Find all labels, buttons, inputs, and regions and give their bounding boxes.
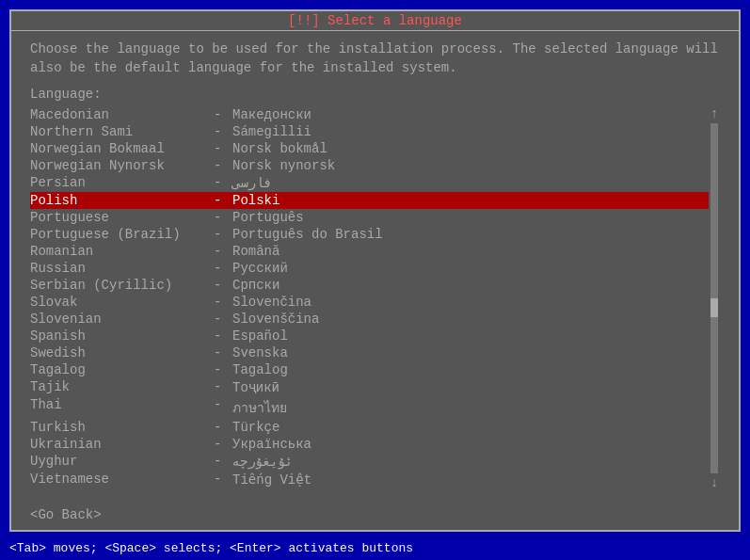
lang-native: Тоҷикӣ [232, 379, 279, 395]
list-item[interactable]: Welsh-Cymraeg [30, 488, 709, 490]
status-bar: <Tab> moves; <Space> selects; <Enter> ac… [0, 536, 750, 560]
lang-separator: - [214, 124, 232, 139]
list-item[interactable]: Russian-Русский [30, 260, 709, 277]
list-item[interactable]: Uyghur-ئۇيغۇرچە [30, 453, 709, 471]
lang-native: Norsk bokmål [232, 141, 327, 156]
lang-native: ئۇيغۇرچە [232, 454, 293, 470]
lang-separator: - [214, 295, 232, 310]
lang-separator: - [214, 379, 232, 395]
lang-separator: - [214, 454, 232, 470]
lang-separator: - [214, 362, 232, 377]
list-item[interactable]: Swedish-Svenska [30, 344, 709, 361]
lang-separator: - [214, 175, 232, 191]
lang-separator: - [214, 437, 232, 452]
lang-separator: - [214, 193, 232, 208]
status-text: <Tab> moves; <Space> selects; <Enter> ac… [9, 541, 413, 555]
lang-native: Português [232, 210, 304, 225]
lang-separator: - [214, 244, 232, 259]
lang-name: Slovak [30, 295, 214, 310]
lang-native: Cymraeg [232, 489, 288, 490]
list-item[interactable]: Thai-ภาษาไทย [30, 396, 709, 419]
list-item[interactable]: Persian-فارسی [30, 174, 709, 192]
lang-separator: - [214, 278, 232, 293]
list-item[interactable]: Polish-Polski [30, 192, 709, 209]
lang-separator: - [214, 472, 232, 488]
title-bar: [!!] Select a language [11, 11, 739, 31]
lang-separator: - [214, 141, 232, 156]
lang-native: Македонски [232, 107, 311, 122]
lang-separator: - [214, 158, 232, 173]
list-item[interactable]: Vietnamese-Tiếng Việt [30, 471, 709, 488]
lang-separator: - [214, 345, 232, 360]
list-item[interactable]: Spanish-Español [30, 328, 709, 344]
scroll-track [710, 123, 718, 473]
scroll-up-arrow[interactable]: ↑ [710, 106, 718, 121]
lang-name: Portuguese (Brazil) [30, 227, 214, 242]
title-text: [!!] Select a language [288, 13, 462, 28]
lang-name: Thai [30, 397, 214, 418]
lang-native: Українська [232, 437, 311, 452]
lang-name: Romanian [30, 244, 214, 259]
list-item[interactable]: Slovenian-Slovenščina [30, 311, 709, 328]
lang-native: فارسی [232, 175, 272, 191]
list-item[interactable]: Slovak-Slovenčina [30, 294, 709, 311]
lang-name: Slovenian [30, 312, 214, 327]
lang-native: Tiếng Việt [232, 472, 311, 488]
list-item[interactable]: Norwegian Nynorsk-Norsk nynorsk [30, 157, 709, 174]
lang-native: Slovenčina [232, 295, 311, 310]
lang-name: Portuguese [30, 210, 214, 225]
list-item[interactable]: Serbian (Cyrillic)-Српски [30, 277, 709, 294]
lang-native: Türkçe [232, 420, 279, 435]
lang-separator: - [214, 397, 232, 418]
lang-separator: - [214, 312, 232, 327]
lang-native: Svenska [232, 345, 288, 360]
scroll-thumb [710, 298, 718, 317]
list-item[interactable]: Portuguese-Português [30, 209, 709, 226]
lang-native: Română [232, 244, 279, 259]
list-item[interactable]: Norwegian Bokmaal-Norsk bokmål [30, 140, 709, 157]
lang-separator: - [214, 107, 232, 122]
lang-native: Português do Brasil [232, 227, 383, 242]
scroll-down-arrow[interactable]: ↓ [710, 475, 718, 490]
lang-native: Norsk nynorsk [232, 158, 335, 173]
list-item[interactable]: Northern Sami-Sámegillii [30, 123, 709, 140]
list-item[interactable]: Portuguese (Brazil)-Português do Brasil [30, 226, 709, 243]
list-item[interactable]: Romanian-Română [30, 243, 709, 260]
lang-name: Turkish [30, 420, 214, 435]
lang-name: Norwegian Nynorsk [30, 158, 214, 173]
lang-name: Persian [30, 175, 214, 191]
go-back-button[interactable]: <Go Back> [30, 507, 102, 522]
lang-name: Ukrainian [30, 437, 214, 452]
lang-name: Tagalog [30, 362, 214, 377]
lang-name: Polish [30, 193, 214, 208]
lang-name: Norwegian Bokmaal [30, 141, 214, 156]
lang-separator: - [214, 261, 232, 276]
list-container: Macedonian-МакедонскиNorthern Sami-Sámeg… [30, 106, 720, 490]
lang-name: Northern Sami [30, 124, 214, 139]
lang-separator: - [214, 210, 232, 225]
list-item[interactable]: Ukrainian-Українська [30, 436, 709, 453]
lang-name: Uyghur [30, 454, 214, 470]
list-item[interactable]: Turkish-Türkçe [30, 419, 709, 436]
language-label: Language: [30, 87, 720, 102]
lang-native: Polski [232, 193, 279, 208]
list-item[interactable]: Tagalog-Tagalog [30, 361, 709, 378]
lang-name: Macedonian [30, 107, 214, 122]
lang-native: Tagalog [232, 362, 288, 377]
list-item[interactable]: Macedonian-Македонски [30, 106, 709, 123]
lang-name: Vietnamese [30, 472, 214, 488]
list-item[interactable]: Tajik-Тоҷикӣ [30, 378, 709, 396]
description-text: Choose the language to be used for the i… [30, 40, 720, 77]
content-area: Choose the language to be used for the i… [11, 31, 739, 500]
lang-name: Russian [30, 261, 214, 276]
lang-name: Spanish [30, 328, 214, 344]
lang-name: Serbian (Cyrillic) [30, 278, 214, 293]
main-window: [!!] Select a language Choose the langua… [9, 9, 741, 532]
lang-native: Српски [232, 278, 279, 293]
lang-native: ภาษาไทย [232, 397, 287, 418]
lang-native: Español [232, 328, 288, 344]
lang-name: Swedish [30, 345, 214, 360]
lang-separator: - [214, 420, 232, 435]
lang-separator: - [214, 489, 232, 490]
lang-native: Русский [232, 261, 288, 276]
